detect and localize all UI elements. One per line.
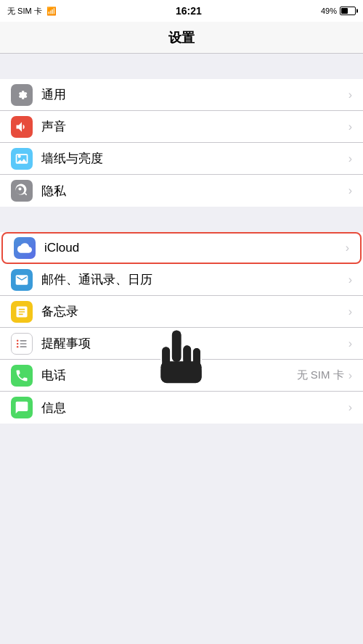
icon-sound <box>11 116 33 138</box>
settings-item-icloud[interactable]: iCloud › <box>1 232 362 264</box>
icon-phone <box>11 365 33 387</box>
settings-item-privacy[interactable]: 隐私 › <box>0 175 363 207</box>
label-messages: 信息 <box>41 400 348 416</box>
settings-item-sound[interactable]: 声音 › <box>0 111 363 143</box>
label-reminders: 提醒事项 <box>41 335 348 352</box>
svg-rect-4 <box>20 340 27 342</box>
label-notes: 备忘录 <box>41 303 348 320</box>
label-privacy: 隐私 <box>41 183 348 199</box>
svg-point-2 <box>17 342 19 344</box>
label-icloud: iCloud <box>44 241 346 255</box>
chevron-general: › <box>348 88 352 102</box>
chevron-reminders: › <box>348 337 352 350</box>
label-wallpaper: 墙纸与亮度 <box>41 150 348 167</box>
chevron-phone: › <box>348 369 352 382</box>
icon-privacy <box>11 180 33 202</box>
section-sep-2 <box>0 207 363 232</box>
icon-general <box>11 84 33 106</box>
chevron-sound: › <box>348 120 352 133</box>
settings-item-phone[interactable]: 电话 无 SIM 卡 › <box>0 360 363 392</box>
settings-item-general[interactable]: 通用 › <box>0 79 363 111</box>
settings-item-wallpaper[interactable]: 墙纸与亮度 › <box>0 143 363 175</box>
chevron-wallpaper: › <box>348 152 352 165</box>
battery-icon <box>340 7 356 15</box>
status-time: 16:21 <box>176 5 202 17</box>
icon-mail <box>11 269 33 291</box>
svg-rect-6 <box>20 346 27 347</box>
settings-item-mail[interactable]: 邮件、通讯录、日历 › <box>0 264 363 296</box>
page-title: 设置 <box>168 29 195 46</box>
chevron-privacy: › <box>348 184 352 197</box>
svg-point-3 <box>17 345 19 347</box>
icon-reminders <box>11 333 33 355</box>
status-carrier: 无 SIM 卡 📶 <box>7 6 57 17</box>
settings-item-messages[interactable]: 信息 › <box>0 392 363 424</box>
chevron-messages: › <box>348 401 352 414</box>
value-phone: 无 SIM 卡 <box>297 368 344 382</box>
settings-group-2: iCloud › 邮件、通讯录、日历 › 备忘录 › <box>0 232 363 424</box>
section-sep-1 <box>0 54 363 79</box>
settings-item-notes[interactable]: 备忘录 › <box>0 296 363 328</box>
label-sound: 声音 <box>41 118 348 135</box>
status-right: 49% <box>321 7 356 15</box>
svg-rect-5 <box>20 343 27 344</box>
icon-icloud <box>14 237 36 259</box>
label-phone: 电话 <box>41 367 297 384</box>
icon-notes <box>11 301 33 323</box>
svg-point-0 <box>18 154 21 157</box>
settings-item-reminders[interactable]: 提醒事项 › <box>0 328 363 360</box>
icon-wallpaper <box>11 148 33 170</box>
label-general: 通用 <box>41 86 348 103</box>
svg-point-1 <box>17 339 19 342</box>
battery-percent: 49% <box>321 7 337 15</box>
chevron-notes: › <box>348 305 352 318</box>
nav-header: 设置 <box>0 22 363 54</box>
chevron-icloud: › <box>346 242 349 255</box>
icon-messages <box>11 397 33 418</box>
settings-group-1: 通用 › 声音 › 墙纸与亮度 › 隐私 › <box>0 79 363 207</box>
battery-fill <box>341 8 348 14</box>
label-mail: 邮件、通讯录、日历 <box>41 271 348 288</box>
chevron-mail: › <box>348 273 352 286</box>
status-bar: 无 SIM 卡 📶 16:21 49% <box>0 0 363 22</box>
